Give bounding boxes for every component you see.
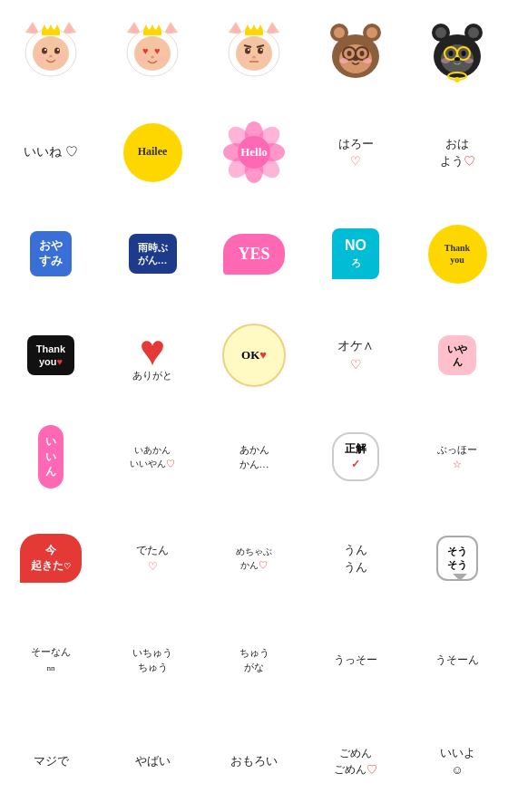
sticker-hello[interactable]: Hello bbox=[203, 102, 305, 203]
sticker-label: いあかんいいやん♡ bbox=[130, 443, 175, 470]
sticker-iine[interactable]: いいね ♡ bbox=[0, 102, 102, 203]
sticker-label: いいね ♡ bbox=[24, 142, 78, 162]
svg-marker-49 bbox=[245, 24, 250, 30]
svg-point-12 bbox=[56, 55, 65, 61]
svg-point-64 bbox=[339, 58, 348, 63]
svg-point-54 bbox=[334, 27, 345, 38]
svg-point-55 bbox=[366, 27, 377, 38]
svg-marker-29 bbox=[143, 24, 149, 30]
sticker-sousou[interactable]: そうそう bbox=[406, 508, 508, 609]
sticker-hailee[interactable]: Hailee bbox=[102, 102, 203, 203]
sticker-arigatou[interactable]: ♥ ありがと bbox=[102, 304, 203, 406]
svg-point-8 bbox=[44, 49, 46, 51]
svg-point-37 bbox=[236, 36, 272, 71]
sticker-label: OK♥ bbox=[222, 324, 286, 387]
svg-point-9 bbox=[57, 49, 59, 51]
sticker-label: でたん♡ bbox=[136, 542, 169, 575]
sticker-sonan[interactable]: そーなんnn bbox=[0, 609, 102, 710]
sticker-chuugana[interactable]: ちゅうがな bbox=[203, 609, 305, 710]
sticker-label: ちゅうがな bbox=[239, 645, 269, 675]
svg-point-26 bbox=[138, 56, 147, 62]
svg-point-5 bbox=[33, 36, 69, 71]
sticker-yes[interactable]: YES bbox=[203, 203, 305, 304]
sticker-majide[interactable]: マジで bbox=[0, 710, 102, 812]
sticker-label: Hailee bbox=[123, 123, 182, 182]
sticker-iin[interactable]: いいん bbox=[0, 406, 102, 508]
sticker-usso[interactable]: うっそー bbox=[305, 609, 406, 710]
sticker-label: あかんかん… bbox=[239, 442, 269, 472]
sticker-amenotoki[interactable]: 雨時ぶがん… bbox=[102, 203, 203, 304]
sticker-ok[interactable]: OK♥ bbox=[203, 304, 305, 406]
sticker-omoroi[interactable]: おもろい bbox=[203, 710, 305, 812]
sticker-ichuuchuu[interactable]: いちゅうちゅう bbox=[102, 609, 203, 710]
sticker-char5[interactable] bbox=[406, 0, 508, 102]
sticker-label: うっそー bbox=[334, 652, 377, 668]
sticker-detan[interactable]: でたん♡ bbox=[102, 508, 203, 609]
sticker-char3[interactable] bbox=[203, 0, 305, 102]
sticker-gomengomen[interactable]: ごめんごめん♡ bbox=[305, 710, 406, 812]
svg-point-75 bbox=[462, 51, 466, 56]
sticker-char2[interactable]: ♥ ♥ bbox=[102, 0, 203, 102]
svg-marker-30 bbox=[150, 24, 155, 30]
svg-point-7 bbox=[54, 48, 60, 54]
svg-marker-14 bbox=[42, 24, 47, 30]
sticker-label: はろー♡ bbox=[338, 135, 374, 170]
svg-point-46 bbox=[239, 56, 249, 62]
sticker-label: ごめんごめん♡ bbox=[334, 745, 377, 778]
sticker-char4[interactable] bbox=[305, 0, 406, 102]
svg-point-10 bbox=[49, 55, 53, 58]
sticker-grid: ♥ ♥ bbox=[0, 0, 508, 812]
svg-marker-51 bbox=[258, 24, 263, 30]
sticker-label: いいん bbox=[38, 425, 64, 488]
sticker-label: ぶっほー☆ bbox=[437, 442, 477, 472]
sticker-uson[interactable]: うそーん bbox=[406, 609, 508, 710]
sticker-label: おもろい bbox=[230, 752, 278, 770]
sticker-label: いやん bbox=[438, 335, 476, 376]
sticker-char1[interactable] bbox=[0, 0, 102, 102]
svg-text:♥: ♥ bbox=[154, 45, 161, 56]
svg-point-69 bbox=[468, 27, 479, 38]
svg-point-76 bbox=[454, 57, 460, 61]
sticker-label: おやすみ bbox=[30, 231, 72, 276]
svg-point-74 bbox=[449, 51, 454, 56]
svg-point-62 bbox=[360, 51, 365, 56]
sticker-mechabu[interactable]: めちゃぶかん♡ bbox=[203, 508, 305, 609]
sticker-label: うそーん bbox=[435, 652, 479, 668]
sticker-buppo[interactable]: ぶっほー☆ bbox=[406, 406, 508, 508]
sticker-label: オケ∧♡ bbox=[337, 336, 374, 374]
svg-rect-28 bbox=[143, 30, 161, 35]
sticker-unun[interactable]: うんうん bbox=[305, 508, 406, 609]
sticker-thankyou-black[interactable]: Thankyou♥ bbox=[0, 304, 102, 406]
svg-point-6 bbox=[42, 48, 47, 54]
sticker-yabai[interactable]: やばい bbox=[102, 710, 203, 812]
sticker-haro[interactable]: はろー♡ bbox=[305, 102, 406, 203]
sticker-label: いちゅうちゅう bbox=[132, 645, 172, 675]
svg-point-22 bbox=[134, 36, 171, 71]
svg-point-77 bbox=[441, 58, 450, 63]
sticker-no[interactable]: NOろ bbox=[305, 203, 406, 304]
sticker-seikai[interactable]: 正解✓ bbox=[305, 406, 406, 508]
sticker-iakaniyan[interactable]: いあかんいいやん♡ bbox=[102, 406, 203, 508]
sticker-imaokita[interactable]: 今起きた♡ bbox=[0, 508, 102, 609]
sticker-label: マジで bbox=[34, 752, 69, 770]
svg-point-80 bbox=[454, 77, 460, 82]
sticker-label: いいよ☺ bbox=[440, 744, 475, 779]
svg-rect-48 bbox=[245, 30, 263, 35]
sticker-label: そうそう bbox=[436, 536, 478, 582]
svg-point-27 bbox=[158, 56, 167, 62]
svg-point-61 bbox=[347, 51, 352, 56]
sticker-ohayo[interactable]: おはよう♡ bbox=[406, 102, 508, 203]
sticker-thankyou-sun[interactable]: Thankyou bbox=[406, 203, 508, 304]
sticker-label: 今起きた♡ bbox=[20, 534, 82, 583]
sticker-akankan[interactable]: あかんかん… bbox=[203, 406, 305, 508]
sticker-oyasumi[interactable]: おやすみ bbox=[0, 203, 102, 304]
svg-point-78 bbox=[464, 58, 474, 63]
svg-point-39 bbox=[258, 48, 263, 54]
svg-point-41 bbox=[260, 49, 262, 51]
sticker-iiyo[interactable]: いいよ☺ bbox=[406, 710, 508, 812]
sticker-oke[interactable]: オケ∧♡ bbox=[305, 304, 406, 406]
svg-point-47 bbox=[259, 56, 269, 62]
sticker-iyan[interactable]: いやん bbox=[406, 304, 508, 406]
svg-marker-15 bbox=[48, 24, 54, 30]
sticker-label: 正解✓ bbox=[332, 432, 379, 481]
